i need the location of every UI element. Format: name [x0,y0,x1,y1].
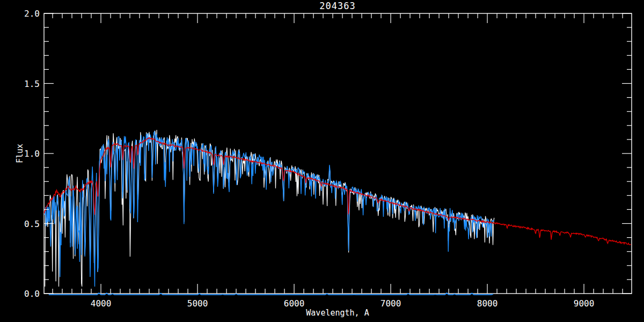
y-tick-label: 1.5 [24,79,40,89]
y-axis-label: Flux [15,144,25,163]
plot-background [0,0,644,322]
plot-title: 204363 [319,1,355,11]
x-tick-label: 9000 [574,298,595,309]
y-tick-label: 1.0 [24,149,40,159]
x-tick-label: 6000 [284,298,305,309]
y-tick-label: 2.0 [24,9,40,19]
y-tick-label: 0.0 [24,289,40,299]
spectrum-chart: 4000500060007000800090000.00.51.01.52.0 … [0,0,644,322]
spectrum-plot-window: 4000500060007000800090000.00.51.01.52.0 … [0,0,644,322]
x-tick-label: 5000 [187,298,208,309]
x-tick-label: 7000 [380,298,401,309]
x-axis-label: Wavelength, A [306,308,369,318]
y-tick-label: 0.5 [24,219,40,229]
x-tick-label: 8000 [477,298,498,309]
x-tick-label: 4000 [91,298,112,309]
